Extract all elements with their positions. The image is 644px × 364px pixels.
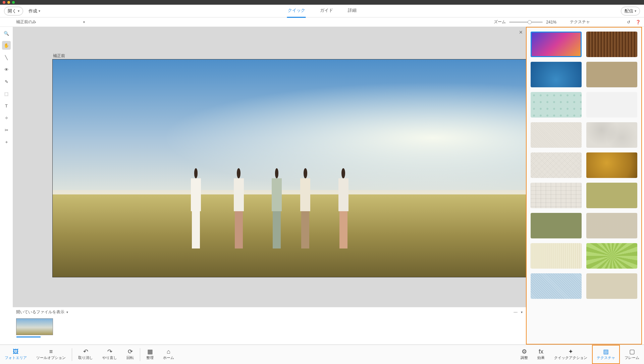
share-label: 配信	[625, 8, 633, 14]
texture-sage[interactable]	[531, 213, 582, 238]
tool-options-label: ツールオプション	[36, 355, 66, 360]
chevron-down-icon: ▾	[39, 9, 40, 13]
tab-guide[interactable]: ガイド	[319, 4, 334, 18]
rotate-icon: ⟳	[128, 349, 133, 355]
quick-actions-button[interactable]: ✦クイックアクション	[549, 345, 592, 364]
view-mode-select[interactable]: 補正前のみ ▾	[16, 19, 85, 25]
texture-olive[interactable]	[586, 183, 637, 208]
chevron-down-icon[interactable]: ▾	[66, 310, 68, 314]
adjust-icon: ⚙	[522, 349, 527, 355]
crop-tool[interactable]: ✂	[2, 126, 11, 134]
texture-cream-stripe[interactable]	[531, 243, 582, 269]
texture-blue-cloud[interactable]	[531, 62, 582, 87]
eye-tool[interactable]: 👁	[2, 65, 11, 74]
brush-tool[interactable]: ✎	[2, 77, 11, 86]
adjust-button[interactable]: ⚙調整	[516, 345, 533, 364]
tab-quick[interactable]: クイック	[287, 4, 306, 18]
textures-button[interactable]: ▨テクスチャ	[592, 345, 620, 364]
home-icon: ⌂	[167, 349, 170, 355]
maximize-window-icon[interactable]	[12, 1, 15, 4]
undo-icon: ↶	[83, 349, 88, 355]
effects-label: 効果	[537, 355, 545, 360]
zoom-controls: ズーム 241% テクスチャ ↺ ❓	[494, 19, 641, 25]
canvas-area: × 補正前	[13, 27, 526, 307]
photo-area-label: フォトエリア	[5, 355, 27, 360]
photo-area-icon: 🖼	[13, 349, 19, 355]
effects-button[interactable]: fx効果	[533, 345, 549, 364]
photo-area-button[interactable]: 🖼フォトエリア	[0, 345, 32, 364]
texture-grid	[531, 32, 637, 299]
texture-gold[interactable]	[586, 152, 637, 178]
chevron-down-icon: ▾	[635, 9, 636, 13]
top-toolbar: 開く ▾ 作成 ▾ クイック ガイド 詳細 配信 ▾	[0, 5, 644, 17]
organize-icon: ▦	[147, 349, 153, 355]
separator	[140, 348, 140, 361]
texture-canvas[interactable]	[531, 152, 582, 178]
texture-blue-weave[interactable]	[531, 273, 582, 299]
thumbnail[interactable]	[16, 318, 53, 335]
photo-bin: 開いているファイルを表示 ▾ ⋯ ▾	[13, 307, 526, 345]
help-icon[interactable]: ❓	[636, 20, 641, 25]
redo-button[interactable]: ↷やり直し	[98, 345, 122, 364]
bottom-action-bar: 🖼フォトエリア≡ツールオプション↶取り消し↷やり直し⟳回転▦整理⌂ホーム⚙調整f…	[0, 345, 644, 364]
undo-label: 取り消し	[78, 355, 93, 360]
add-tool[interactable]: ＋	[2, 138, 11, 146]
close-window-icon[interactable]	[3, 1, 5, 4]
rotate-label: 回転	[126, 355, 134, 360]
texture-crackle[interactable]	[531, 183, 582, 208]
texture-crumpled[interactable]	[586, 122, 637, 148]
texture-panel	[526, 27, 642, 345]
texture-gradient[interactable]	[531, 32, 582, 57]
close-icon[interactable]: ×	[519, 29, 523, 36]
text-tool[interactable]: T	[2, 101, 11, 110]
texture-burlap[interactable]	[586, 62, 637, 87]
view-mode-value: 補正前のみ	[16, 19, 36, 25]
chevron-down-icon[interactable]: ▾	[521, 310, 523, 314]
minimize-window-icon[interactable]	[7, 1, 10, 4]
texture-extra[interactable]	[586, 273, 637, 299]
tool-options-button[interactable]: ≡ツールオプション	[32, 345, 70, 364]
hand-tool[interactable]: ✋	[2, 41, 11, 50]
texture-wood[interactable]	[586, 32, 637, 57]
texture-linen[interactable]	[586, 213, 637, 238]
frames-button[interactable]: ▢フレーム	[620, 345, 644, 364]
open-label: 開く	[8, 8, 16, 14]
chevron-down-icon: ▾	[18, 9, 19, 13]
texture-white[interactable]	[586, 92, 637, 118]
reset-icon[interactable]: ↺	[627, 20, 630, 25]
tab-detail[interactable]: 詳細	[347, 4, 357, 18]
quick-actions-icon: ✦	[568, 349, 573, 355]
quick-select-tool[interactable]: ╲	[2, 53, 11, 62]
chevron-down-icon: ▾	[83, 20, 85, 24]
zoom-tool[interactable]: 🔍	[2, 29, 11, 38]
stamp-tool[interactable]: ⬚	[2, 89, 11, 98]
organize-label: 整理	[146, 355, 154, 360]
zoom-knob[interactable]	[528, 20, 532, 24]
zoom-label: ズーム	[494, 19, 506, 25]
texture-green-burst[interactable]	[586, 243, 637, 269]
photo-canvas[interactable]	[52, 59, 529, 277]
texture-paper[interactable]	[531, 122, 582, 148]
create-label: 作成	[29, 8, 37, 14]
create-button[interactable]: 作成 ▾	[29, 8, 40, 14]
effects-icon: fx	[539, 349, 543, 355]
panel-title: テクスチャ	[570, 19, 590, 25]
more-icon[interactable]: ⋯	[514, 310, 518, 315]
textures-label: テクスチャ	[597, 355, 615, 360]
redo-label: やり直し	[102, 355, 117, 360]
redo-icon: ↷	[107, 349, 112, 355]
before-label: 補正前	[53, 53, 65, 59]
heal-tool[interactable]: ✧	[2, 113, 11, 122]
zoom-value: 241%	[546, 20, 556, 25]
home-button[interactable]: ⌂ホーム	[158, 345, 179, 364]
rotate-button[interactable]: ⟳回転	[122, 345, 139, 364]
open-button[interactable]: 開く ▾	[4, 7, 23, 15]
photobin-header[interactable]: 開いているファイルを表示	[16, 309, 64, 315]
textures-icon: ▨	[603, 349, 609, 355]
share-button[interactable]: 配信 ▾	[621, 7, 640, 15]
organize-button[interactable]: ▦整理	[142, 345, 158, 364]
undo-button[interactable]: ↶取り消し	[73, 345, 98, 364]
adjust-label: 調整	[521, 355, 528, 360]
zoom-slider[interactable]	[509, 21, 543, 23]
texture-mint-leaf[interactable]	[531, 92, 582, 118]
